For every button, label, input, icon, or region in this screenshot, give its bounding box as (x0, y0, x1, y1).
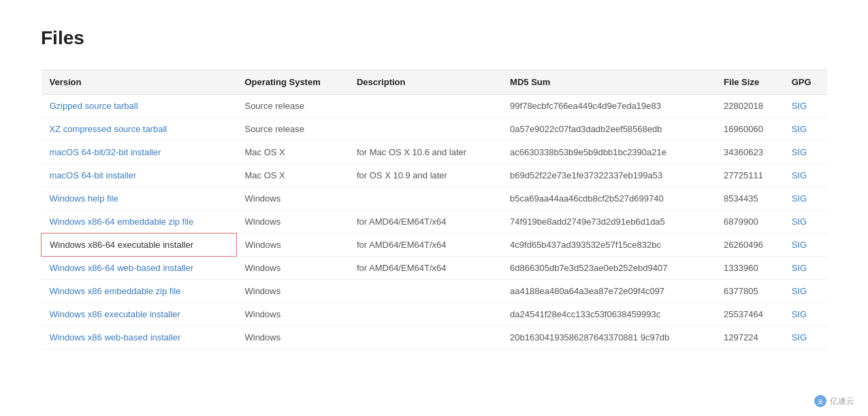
os-cell: Windows (236, 303, 348, 326)
table-header-row: VersionOperating SystemDescriptionMD5 Su… (42, 70, 828, 95)
version-cell: macOS 64-bit installer (42, 164, 237, 187)
sig-link[interactable]: SIG (792, 217, 807, 227)
os-cell: Mac OS X (236, 141, 348, 164)
sig-link[interactable]: SIG (792, 263, 807, 273)
description-cell (349, 326, 502, 349)
description-cell (349, 187, 502, 210)
table-row: Gzipped source tarballSource release99f7… (42, 95, 828, 118)
md5-cell: aa4188ea480a64a3ea87e72e09f4c097 (502, 280, 716, 303)
size-cell: 8534435 (716, 187, 784, 210)
gpg-cell: SIG (784, 187, 827, 210)
version-link[interactable]: Gzipped source tarball (50, 101, 138, 111)
version-cell: Windows x86-64 web-based installer (42, 257, 237, 280)
description-cell: for AMD64/EM64T/x64 (349, 257, 502, 280)
version-link[interactable]: Windows x86 executable installer (50, 309, 180, 319)
os-cell: Windows (236, 210, 348, 234)
sig-link[interactable]: SIG (792, 147, 807, 157)
description-cell (349, 303, 502, 326)
sig-link[interactable]: SIG (792, 240, 807, 250)
description-cell (349, 95, 502, 118)
version-link[interactable]: macOS 64-bit/32-bit installer (50, 147, 161, 157)
gpg-cell: SIG (784, 210, 827, 234)
version-cell: Windows x86 web-based installer (42, 326, 237, 349)
col-header-gpg: GPG (784, 70, 827, 95)
size-cell: 6879900 (716, 210, 784, 234)
version-link[interactable]: Windows help file (50, 193, 118, 204)
version-link[interactable]: Windows x86-64 embeddable zip file (50, 217, 194, 227)
gpg-cell: SIG (784, 141, 827, 164)
description-cell: for AMD64/EM64T/x64 (349, 210, 502, 234)
size-cell: 26260496 (716, 234, 784, 257)
version-link[interactable]: Windows x86-64 web-based installer (50, 263, 194, 273)
size-cell: 1333960 (716, 257, 784, 280)
md5-cell: ac6630338b53b9e5b9dbb1bc2390a21e (502, 141, 716, 164)
md5-cell: 6d866305db7e3d523ae0eb252ebd9407 (502, 257, 716, 280)
size-cell: 1297224 (716, 326, 784, 349)
sig-link[interactable]: SIG (792, 170, 807, 180)
files-table: VersionOperating SystemDescriptionMD5 Su… (41, 69, 827, 349)
sig-link[interactable]: SIG (792, 101, 807, 111)
version-link[interactable]: Windows x86 web-based installer (50, 332, 181, 342)
version-link[interactable]: Windows x86 embeddable zip file (50, 286, 181, 296)
description-cell (349, 118, 502, 141)
version-cell: macOS 64-bit/32-bit installer (42, 141, 237, 164)
os-cell: Source release (236, 118, 348, 141)
gpg-cell: SIG (784, 164, 827, 187)
os-cell: Mac OS X (236, 164, 348, 187)
version-cell: XZ compressed source tarball (42, 118, 237, 141)
sig-link[interactable]: SIG (792, 309, 807, 319)
gpg-cell: SIG (784, 303, 827, 326)
table-row: Windows x86 web-based installerWindows20… (42, 326, 828, 349)
col-header-description: Description (349, 70, 502, 95)
version-link[interactable]: macOS 64-bit installer (50, 170, 137, 180)
table-row: Windows x86 executable installerWindowsd… (42, 303, 828, 326)
table-row: macOS 64-bit/32-bit installerMac OS Xfor… (42, 141, 828, 164)
col-header-md5-sum: MD5 Sum (502, 70, 716, 95)
version-cell: Gzipped source tarball (42, 95, 237, 118)
version-cell: Windows x86 embeddable zip file (42, 280, 237, 303)
os-cell: Windows (236, 257, 348, 280)
col-header-version: Version (42, 70, 237, 95)
md5-cell: 99f78ecbfc766ea449c4d9e7eda19e83 (502, 95, 716, 118)
table-row: Windows x86-64 executable installerWindo… (42, 234, 828, 257)
description-cell: for OS X 10.9 and later (349, 164, 502, 187)
size-cell: 16960060 (716, 118, 784, 141)
sig-link[interactable]: SIG (792, 193, 807, 204)
table-row: Windows x86-64 web-based installerWindow… (42, 257, 828, 280)
md5-cell: 4c9fd65b437ad393532e57f15ce832bc (502, 234, 716, 257)
os-cell: Source release (236, 95, 348, 118)
gpg-cell: SIG (784, 234, 827, 257)
sig-link[interactable]: SIG (792, 286, 807, 296)
table-row: Windows help fileWindowsb5ca69aa44aa46cd… (42, 187, 828, 210)
gpg-cell: SIG (784, 95, 827, 118)
md5-cell: 20b16304193586287643370881 9c97db (502, 326, 716, 349)
os-cell: Windows (236, 326, 348, 349)
version-cell: Windows help file (42, 187, 237, 210)
col-header-operating-system: Operating System (236, 70, 348, 95)
md5-cell: b69d52f22e73e1fe37322337eb199a53 (502, 164, 716, 187)
page-title: Files (41, 27, 827, 49)
description-cell: for AMD64/EM64T/x64 (349, 234, 502, 257)
table-row: macOS 64-bit installerMac OS Xfor OS X 1… (42, 164, 828, 187)
os-cell: Windows (236, 234, 348, 257)
gpg-cell: SIG (784, 326, 827, 349)
gpg-cell: SIG (784, 257, 827, 280)
version-cell: Windows x86 executable installer (42, 303, 237, 326)
size-cell: 25537464 (716, 303, 784, 326)
description-cell: for Mac OS X 10.6 and later (349, 141, 502, 164)
size-cell: 27725111 (716, 164, 784, 187)
md5-cell: b5ca69aa44aa46cdb8cf2b527d699740 (502, 187, 716, 210)
sig-link[interactable]: SIG (792, 124, 807, 134)
version-cell: Windows x86-64 embeddable zip file (42, 210, 237, 234)
description-cell (349, 280, 502, 303)
version-link[interactable]: XZ compressed source tarball (50, 124, 167, 134)
gpg-cell: SIG (784, 280, 827, 303)
table-row: XZ compressed source tarballSource relea… (42, 118, 828, 141)
md5-cell: 74f919be8add2749e73d2d91eb6d1da5 (502, 210, 716, 234)
sig-link[interactable]: SIG (792, 332, 807, 342)
size-cell: 6377805 (716, 280, 784, 303)
gpg-cell: SIG (784, 118, 827, 141)
size-cell: 34360623 (716, 141, 784, 164)
table-row: Windows x86-64 embeddable zip fileWindow… (42, 210, 828, 234)
os-cell: Windows (236, 187, 348, 210)
